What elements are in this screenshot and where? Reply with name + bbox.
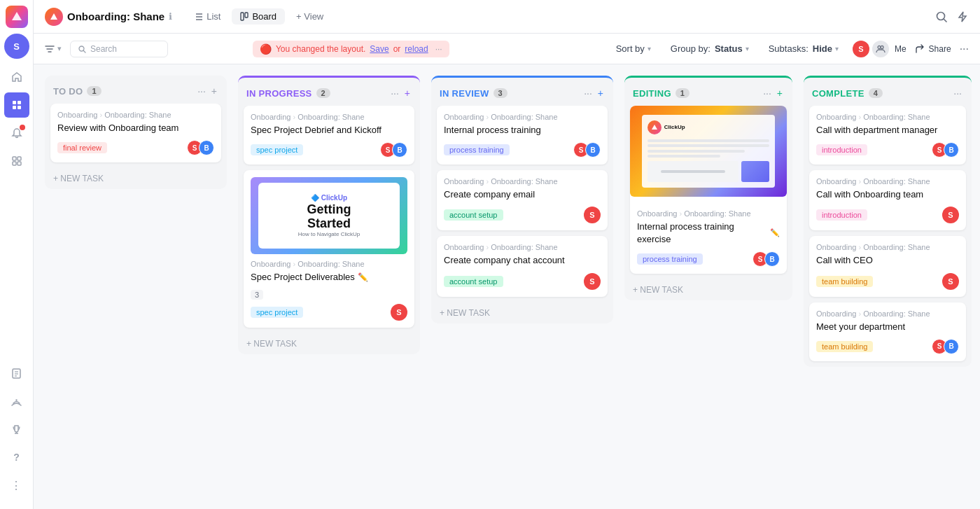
column-inprogress-add[interactable]: + bbox=[403, 86, 412, 100]
editing-new-task[interactable]: + NEW TASK bbox=[624, 279, 792, 300]
filter-button[interactable]: ▾ bbox=[45, 44, 62, 54]
app-logo[interactable] bbox=[6, 6, 28, 28]
column-inprogress-title: IN PROGRESS bbox=[246, 88, 312, 99]
info-icon[interactable]: ℹ bbox=[169, 11, 172, 22]
clickup-logo: 🔷 ClickUp bbox=[311, 194, 347, 202]
card-breadcrumb: Onboarding › Onboarding: Shane bbox=[637, 209, 780, 218]
inprogress-new-task[interactable]: + NEW TASK bbox=[238, 333, 420, 354]
workspace-avatar[interactable]: S bbox=[4, 34, 29, 59]
column-editing-add[interactable]: + bbox=[776, 86, 784, 100]
svg-point-13 bbox=[15, 399, 17, 400]
card-footer: spec project S bbox=[251, 304, 407, 321]
card-avatars: S B bbox=[187, 140, 214, 155]
sidebar-item-help[interactable]: ? bbox=[4, 445, 29, 470]
card-spec-debrief[interactable]: Onboarding › Onboarding: Shane Spec Proj… bbox=[244, 106, 414, 165]
subtask-count: 3 bbox=[251, 290, 263, 300]
column-inprogress-header: IN PROGRESS 2 ··· + bbox=[238, 78, 420, 106]
column-todo-add[interactable]: + bbox=[210, 84, 218, 98]
card-call-ceo[interactable]: Onboarding › Onboarding: Shane Call with… bbox=[809, 236, 966, 296]
card-footer: team building S bbox=[816, 273, 959, 290]
card-tag: team building bbox=[816, 276, 873, 287]
card-tag: team building bbox=[816, 341, 873, 352]
header-bolt-icon[interactable] bbox=[956, 11, 969, 23]
card-review-onboarding[interactable]: Onboarding › Onboarding: Shane Review wi… bbox=[50, 104, 221, 162]
card-internal-training[interactable]: Onboarding › Onboarding: Shane Internal … bbox=[437, 106, 608, 165]
page-title: Onboarding: Shane bbox=[67, 11, 164, 22]
avatar-me[interactable]: S bbox=[853, 41, 869, 57]
card-title: Spec Project Deliverables ✏️ bbox=[251, 271, 407, 284]
column-todo-header: TO DO 1 ··· + bbox=[45, 76, 227, 104]
column-inreview-title: IN REVIEW bbox=[440, 88, 489, 99]
sort-button[interactable]: Sort by ▾ bbox=[610, 41, 657, 57]
column-editing-actions: ··· + bbox=[762, 86, 784, 100]
sidebar-item-notifications[interactable] bbox=[4, 120, 29, 146]
sidebar-item-grid[interactable] bbox=[4, 148, 29, 174]
card-meet-dept[interactable]: Onboarding › Onboarding: Shane Meet your… bbox=[809, 302, 966, 361]
card-company-chat[interactable]: Onboarding › Onboarding: Shane Create co… bbox=[437, 236, 608, 296]
column-editing-header: EDITING 1 ··· + bbox=[624, 78, 792, 106]
header-logo bbox=[45, 8, 63, 26]
card-title: Internal process training exercise ✏️ bbox=[637, 221, 780, 246]
column-todo-more[interactable]: ··· bbox=[196, 84, 207, 98]
tab-view[interactable]: + View bbox=[288, 8, 332, 25]
notification-more[interactable]: ··· bbox=[435, 44, 442, 54]
pencil-icon: ✏️ bbox=[358, 272, 368, 284]
column-inreview-more[interactable]: ··· bbox=[582, 86, 594, 100]
column-inreview-add[interactable]: + bbox=[596, 86, 605, 100]
column-complete-count: 4 bbox=[869, 88, 883, 98]
sidebar-item-signal[interactable] bbox=[4, 389, 29, 414]
board: TO DO 1 ··· + Onboarding › Onboarding: S… bbox=[34, 64, 980, 509]
card-image: 🔷 ClickUp GettingStarted How to Navigate… bbox=[251, 177, 407, 254]
card-tag: spec project bbox=[251, 144, 303, 155]
column-inreview-header: IN REVIEW 3 ··· + bbox=[431, 78, 613, 106]
column-editing-title: EDITING bbox=[633, 88, 671, 99]
search-bar[interactable]: Search bbox=[70, 41, 168, 57]
card-tag: introduction bbox=[816, 209, 867, 221]
column-inprogress-more[interactable]: ··· bbox=[389, 86, 400, 100]
column-complete-more[interactable]: ··· bbox=[952, 86, 963, 100]
card-spec-deliverables[interactable]: 🔷 ClickUp GettingStarted How to Navigate… bbox=[244, 170, 414, 328]
column-editing-more[interactable]: ··· bbox=[762, 86, 773, 100]
sidebar-item-dashboard[interactable] bbox=[4, 92, 29, 118]
card-call-dept-manager[interactable]: Onboarding › Onboarding: Shane Call with… bbox=[809, 106, 966, 165]
sidebar-item-trophy[interactable] bbox=[4, 417, 29, 442]
card-avatars: S B bbox=[752, 251, 780, 267]
sidebar-item-home[interactable] bbox=[4, 64, 29, 90]
column-inreview-count: 3 bbox=[493, 88, 507, 98]
card-internal-training-exercise[interactable]: ClickUp bbox=[630, 106, 787, 274]
subtasks-value: Hide bbox=[813, 43, 832, 54]
avatar-group-icon[interactable] bbox=[872, 41, 889, 57]
save-link[interactable]: Save bbox=[370, 44, 388, 54]
card-breadcrumb: Onboarding › Onboarding: Shane bbox=[444, 177, 601, 186]
card-footer: introduction S bbox=[816, 207, 959, 223]
reload-link[interactable]: reload bbox=[405, 44, 428, 54]
svg-marker-0 bbox=[12, 12, 22, 20]
sidebar-item-more[interactable]: ⋮ bbox=[4, 473, 29, 498]
group-button[interactable]: Group by: Status ▾ bbox=[665, 41, 755, 57]
card-breadcrumb: Onboarding › Onboarding: Shane bbox=[251, 113, 407, 121]
inreview-new-task[interactable]: + NEW TASK bbox=[431, 302, 613, 323]
svg-rect-8 bbox=[18, 162, 21, 165]
sidebar-item-doc[interactable] bbox=[4, 361, 29, 386]
nav-tabs: List Board + View bbox=[186, 8, 332, 25]
card-tag: final review bbox=[57, 142, 107, 153]
card-breadcrumb: Onboarding › Onboarding: Shane bbox=[444, 243, 601, 251]
card-call-onboarding-team[interactable]: Onboarding › Onboarding: Shane Call with… bbox=[809, 170, 966, 230]
avatar-s: S bbox=[584, 207, 601, 223]
svg-rect-7 bbox=[13, 162, 16, 165]
card-company-email[interactable]: Onboarding › Onboarding: Shane Create co… bbox=[437, 170, 608, 230]
tab-list[interactable]: List bbox=[186, 8, 229, 25]
todo-new-task[interactable]: + NEW TASK bbox=[45, 168, 227, 189]
subtasks-button[interactable]: Subtasks: Hide ▾ bbox=[763, 41, 844, 57]
share-button[interactable]: Share bbox=[915, 44, 951, 54]
header-search-icon[interactable] bbox=[935, 11, 948, 23]
toolbar-more-button[interactable]: ··· bbox=[960, 43, 969, 55]
card-tag: introduction bbox=[816, 144, 867, 155]
tab-board[interactable]: Board bbox=[232, 8, 285, 25]
avatar-b: B bbox=[199, 140, 214, 155]
card-avatars: S B bbox=[932, 339, 959, 354]
toolbar-right: Sort by ▾ Group by: Status ▾ Subtasks: H… bbox=[610, 41, 969, 57]
avatar-b: B bbox=[585, 142, 601, 158]
avatar-group: S Me bbox=[853, 41, 906, 57]
sidebar: S ? ⋮ bbox=[0, 0, 34, 509]
